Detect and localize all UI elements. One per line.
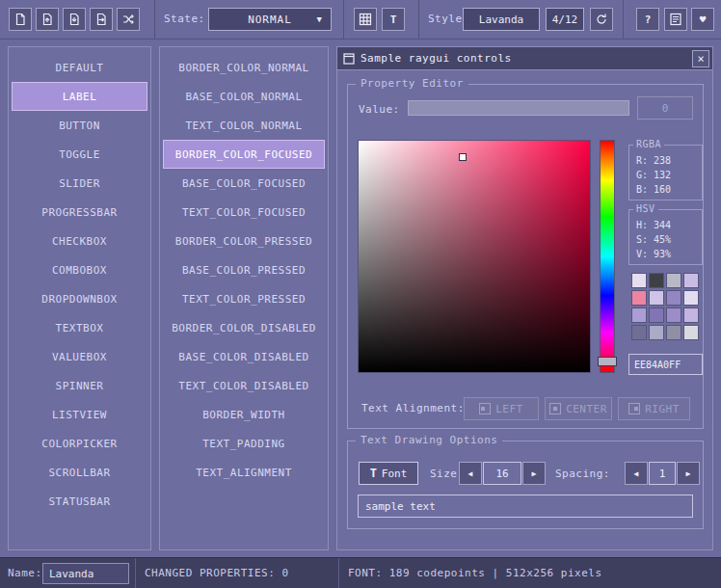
- palette-swatch[interactable]: [631, 307, 647, 323]
- control-item-dropdownbox[interactable]: DROPDOWNBOX: [12, 284, 147, 313]
- align-right-button: RIGHT: [618, 397, 690, 420]
- new-file-icon: [13, 13, 27, 26]
- palette-swatch[interactable]: [649, 307, 664, 323]
- control-item-statusbar[interactable]: STATUSBAR: [12, 487, 147, 516]
- help-icon: ?: [645, 13, 652, 26]
- property-item[interactable]: TEXT_COLOR_FOCUSED: [163, 198, 325, 227]
- left-arrow-icon: ◀: [468, 469, 473, 478]
- control-item-default[interactable]: DEFAULT: [12, 53, 147, 82]
- hsv-hue-value: H: 344: [636, 218, 702, 232]
- random-style-button[interactable]: [117, 8, 140, 31]
- color-picker-area[interactable]: [358, 140, 591, 373]
- statusbar-divider: [338, 558, 339, 588]
- control-item-toggle[interactable]: TOGGLE: [12, 140, 147, 169]
- property-item[interactable]: BASE_COLOR_DISABLED: [163, 342, 325, 371]
- palette-swatch[interactable]: [683, 307, 699, 323]
- hue-slider-handle[interactable]: [598, 357, 617, 366]
- color-picker-cursor[interactable]: [459, 153, 467, 161]
- size-increase-button[interactable]: ▶: [522, 462, 546, 485]
- property-item[interactable]: TEXT_ALIGNMENT: [163, 458, 325, 487]
- control-item-spinner[interactable]: SPINNER: [12, 371, 147, 400]
- palette-swatch[interactable]: [631, 273, 647, 288]
- control-item-button[interactable]: BUTTON: [12, 111, 147, 140]
- style-table-button[interactable]: [354, 8, 377, 31]
- palette-swatch[interactable]: [649, 273, 664, 288]
- property-item[interactable]: BASE_COLOR_NORMAL: [163, 82, 325, 111]
- control-item-listview[interactable]: LISTVIEW: [12, 400, 147, 429]
- font-button-label: Font: [382, 468, 408, 480]
- control-item-checkbox[interactable]: CHECKBOX: [12, 227, 147, 255]
- rgba-group-title: RGBA: [633, 139, 664, 149]
- hue-slider[interactable]: [600, 140, 615, 373]
- spacing-decrease-button[interactable]: ◀: [625, 462, 648, 485]
- export-file-icon: [94, 13, 108, 26]
- align-center-button-label: CENTER: [566, 403, 607, 415]
- rgba-group: RGBA R: 238 G: 132 B: 160: [628, 145, 703, 200]
- export-style-button[interactable]: [90, 8, 113, 31]
- text-drawing-options-title: Text Drawing Options: [356, 434, 502, 446]
- palette-swatch[interactable]: [631, 325, 647, 340]
- state-dropdown[interactable]: NORMAL ▼: [208, 8, 332, 31]
- control-item-combobox[interactable]: COMBOBOX: [12, 255, 147, 284]
- sponsor-button[interactable]: ♥: [691, 8, 714, 31]
- spacing-label: Spacing:: [555, 468, 610, 480]
- new-style-button[interactable]: [9, 8, 32, 31]
- control-item-valuebox[interactable]: VALUEBOX: [12, 342, 147, 371]
- sample-text-input[interactable]: sample text: [358, 494, 693, 518]
- property-item[interactable]: BORDER_COLOR_DISABLED: [163, 313, 325, 342]
- font-button[interactable]: T Font: [359, 462, 418, 485]
- size-decrease-button[interactable]: ◀: [459, 462, 482, 485]
- spacing-increase-button[interactable]: ▶: [677, 462, 700, 485]
- font-atlas-button[interactable]: T: [382, 8, 405, 31]
- window-close-button[interactable]: ×: [692, 50, 709, 67]
- hex-color-value: EE84A0FF: [634, 360, 681, 370]
- style-counter[interactable]: 4/12: [546, 8, 584, 31]
- state-label: State:: [164, 0, 205, 39]
- size-value-box[interactable]: 16: [483, 462, 521, 485]
- size-value: 16: [495, 468, 508, 480]
- help-button[interactable]: ?: [636, 8, 659, 31]
- control-item-progressbar[interactable]: PROGRESSBAR: [12, 198, 147, 227]
- style-name-status-value: Lavanda: [49, 568, 93, 580]
- property-item[interactable]: BASE_COLOR_PRESSED: [163, 255, 325, 284]
- window-titlebar[interactable]: Sample raygui controls ×: [337, 47, 712, 70]
- save-style-button[interactable]: [63, 8, 86, 31]
- style-counter-value: 4/12: [552, 13, 578, 26]
- reload-style-button[interactable]: [590, 8, 613, 31]
- property-item[interactable]: TEXT_COLOR_DISABLED: [163, 371, 325, 400]
- property-item[interactable]: TEXT_COLOR_NORMAL: [163, 111, 325, 140]
- control-item-textbox[interactable]: TEXTBOX: [12, 313, 147, 342]
- palette-swatch[interactable]: [666, 325, 681, 340]
- property-item[interactable]: TEXT_PADDING: [163, 429, 325, 458]
- control-item-label[interactable]: LABEL: [12, 82, 147, 111]
- palette-swatch[interactable]: [666, 290, 681, 306]
- control-item-scrollbar[interactable]: SCROLLBAR: [12, 458, 147, 487]
- style-name-input[interactable]: Lavanda: [463, 8, 540, 31]
- align-left-icon: [479, 403, 491, 414]
- property-item[interactable]: BORDER_COLOR_NORMAL: [163, 53, 325, 82]
- value-box-text: 0: [662, 102, 669, 115]
- palette-swatch[interactable]: [649, 325, 664, 340]
- control-item-slider[interactable]: SLIDER: [12, 169, 147, 198]
- toolbar-divider: [623, 0, 624, 39]
- hex-color-input[interactable]: EE84A0FF: [628, 354, 703, 375]
- rguistyler-app: State: NORMAL ▼ T Style: Lavanda 4/12: [0, 0, 721, 588]
- palette-swatch[interactable]: [666, 307, 681, 323]
- about-button[interactable]: [664, 8, 687, 31]
- spacing-value-box[interactable]: 1: [649, 462, 676, 485]
- property-item-selected[interactable]: BORDER_COLOR_FOCUSED: [163, 140, 325, 169]
- property-item[interactable]: BASE_COLOR_FOCUSED: [163, 169, 325, 198]
- property-item[interactable]: BORDER_COLOR_PRESSED: [163, 227, 325, 255]
- property-item[interactable]: TEXT_COLOR_PRESSED: [163, 284, 325, 313]
- control-item-colorpicker[interactable]: COLORPICKER: [12, 429, 147, 458]
- property-item[interactable]: BORDER_WIDTH: [163, 400, 325, 429]
- palette-swatch[interactable]: [683, 325, 699, 340]
- style-name-statusbox[interactable]: Lavanda: [42, 563, 129, 584]
- palette-swatch[interactable]: [683, 290, 699, 306]
- load-style-button[interactable]: [36, 8, 59, 31]
- palette-swatch[interactable]: [649, 290, 664, 306]
- statusbar-divider: [135, 558, 136, 588]
- palette-swatch[interactable]: [666, 273, 681, 288]
- palette-swatch[interactable]: [683, 273, 699, 288]
- palette-swatch[interactable]: [631, 290, 647, 306]
